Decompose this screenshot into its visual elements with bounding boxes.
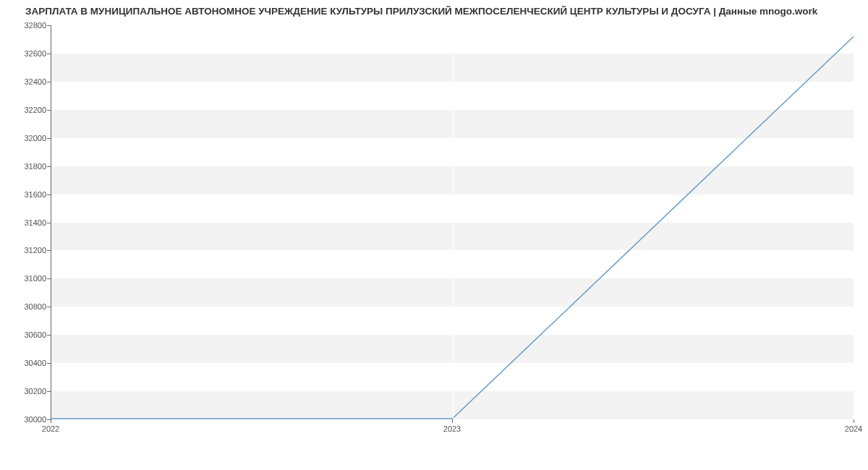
y-tick-label: 30600 [3, 330, 46, 339]
y-tick-label: 31600 [3, 190, 46, 199]
y-tick-label: 31400 [3, 218, 46, 227]
y-tick-label: 31200 [3, 246, 46, 255]
y-tick-label: 31800 [3, 162, 46, 171]
x-tick-label: 2024 [845, 424, 862, 433]
x-grid-line [854, 25, 855, 419]
y-tick-label: 32600 [3, 49, 46, 58]
x-tick-mark [854, 419, 854, 423]
y-tick-label: 32000 [3, 134, 46, 142]
y-tick-label: 30800 [3, 302, 46, 311]
y-tick-label: 32200 [3, 106, 46, 114]
y-tick-label: 31000 [3, 274, 46, 283]
x-tick-label: 2023 [443, 424, 461, 433]
x-tick-mark [452, 419, 453, 423]
y-tick-label: 32400 [3, 77, 46, 86]
y-tick-label: 32800 [3, 21, 46, 30]
y-tick-label: 30000 [3, 415, 46, 424]
x-tick-label: 2022 [42, 424, 59, 433]
chart-container: ЗАРПЛАТА В МУНИЦИПАЛЬНОЕ АВТОНОМНОЕ УЧРЕ… [0, 0, 868, 448]
y-tick-label: 30200 [3, 387, 46, 396]
x-grid-line [453, 25, 454, 419]
plot-area [51, 25, 854, 419]
x-tick-mark [51, 419, 51, 423]
y-tick-label: 30400 [3, 359, 46, 367]
chart-title: ЗАРПЛАТА В МУНИЦИПАЛЬНОЕ АВТОНОМНОЕ УЧРЕ… [25, 6, 817, 17]
